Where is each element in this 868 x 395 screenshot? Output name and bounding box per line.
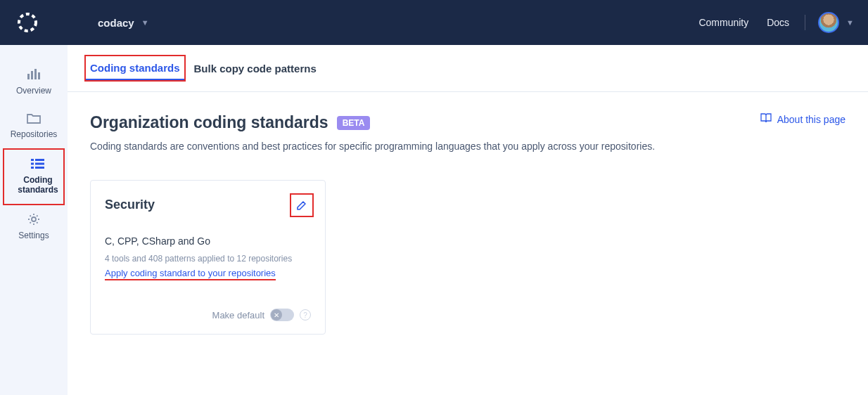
main-content: Coding standards Bulk copy code patterns… [68, 45, 868, 395]
about-this-page-link[interactable]: About this page [760, 113, 845, 125]
edit-icon [296, 200, 307, 211]
svg-rect-8 [35, 162, 44, 164]
avatar [818, 12, 839, 33]
tab-bulk-copy[interactable]: Bulk copy code patterns [190, 56, 321, 81]
svg-point-0 [19, 14, 36, 31]
svg-rect-1 [27, 74, 30, 79]
coding-standard-card: Security C, CPP, CSharp and Go 4 tools a… [90, 180, 326, 335]
chevron-down-icon: ▼ [141, 18, 149, 27]
card-meta: 4 tools and 408 patterns applied to 12 r… [105, 254, 311, 264]
user-menu[interactable]: ▼ [818, 12, 854, 33]
sidebar-item-label: Codingstandards [4, 175, 72, 195]
org-name: codacy [98, 17, 134, 29]
svg-point-11 [32, 217, 36, 221]
sidebar-item-label: Repositories [0, 129, 68, 139]
book-icon [760, 113, 772, 125]
svg-rect-3 [34, 69, 37, 79]
svg-rect-5 [31, 159, 34, 161]
nav-docs[interactable]: Docs [767, 17, 789, 28]
sidebar-item-overview[interactable]: Overview [0, 60, 68, 104]
sidebar-item-coding-standards[interactable]: Codingstandards [4, 150, 72, 204]
tabs: Coding standards Bulk copy code patterns [68, 45, 868, 92]
overview-icon [0, 67, 68, 82]
help-icon[interactable]: ? [300, 309, 311, 320]
card-languages: C, CPP, CSharp and Go [105, 235, 311, 247]
gear-icon [0, 212, 68, 226]
beta-badge: BETA [337, 116, 371, 130]
apply-standard-link[interactable]: Apply coding standard to your repositori… [105, 268, 276, 280]
divider [805, 15, 805, 30]
nav-community[interactable]: Community [698, 17, 748, 28]
svg-rect-4 [38, 72, 40, 79]
topbar: codacy ▼ Community Docs ▼ [0, 0, 868, 45]
codacy-logo[interactable] [17, 12, 38, 33]
card-title: Security [105, 198, 155, 212]
sidebar-item-label: Settings [0, 231, 68, 240]
svg-rect-7 [31, 162, 34, 164]
sidebar: Overview Repositories [0, 45, 68, 395]
toggle-knob: ✕ [271, 309, 282, 320]
page-title: Organization coding standards [90, 113, 328, 132]
sidebar-item-label: Overview [0, 86, 68, 96]
svg-rect-6 [35, 159, 44, 161]
sidebar-item-settings[interactable]: Settings [0, 205, 68, 249]
about-link-text: About this page [777, 114, 845, 125]
svg-rect-9 [31, 167, 34, 169]
folder-icon [0, 111, 68, 125]
tab-coding-standards[interactable]: Coding standards [86, 56, 184, 80]
make-default-toggle[interactable]: ✕ [270, 309, 294, 321]
svg-rect-2 [31, 71, 33, 79]
sidebar-item-repositories[interactable]: Repositories [0, 104, 68, 148]
make-default-label: Make default [212, 310, 264, 320]
svg-rect-10 [35, 167, 44, 169]
edit-button[interactable] [290, 193, 314, 217]
chevron-down-icon: ▼ [846, 18, 854, 27]
page-subtitle: Coding standards are conventions and bes… [90, 141, 655, 152]
org-switcher[interactable]: codacy ▼ [98, 17, 149, 29]
list-icon [4, 157, 72, 171]
